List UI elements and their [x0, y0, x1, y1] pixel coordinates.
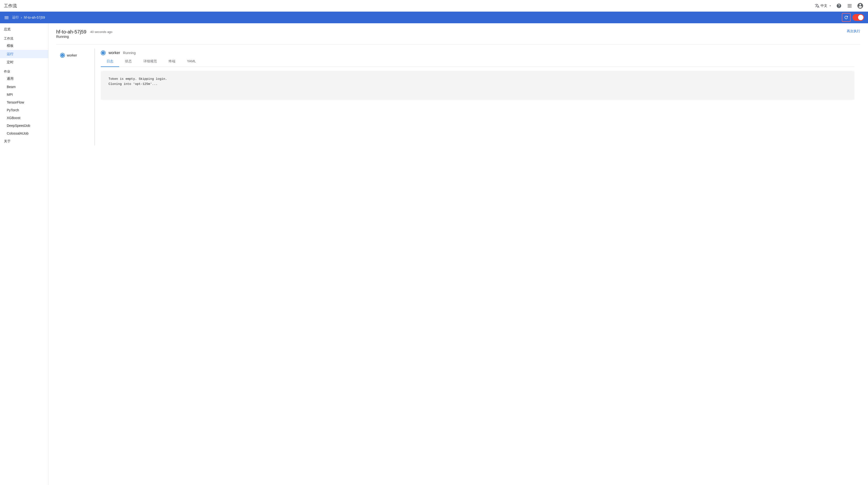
main-layout: 总览 工作流 模板 运行 定时 作业 通用 Beam MPI TensorFlo…: [0, 23, 868, 485]
sidebar-section-workflow: 工作流: [0, 33, 48, 42]
page-header-left: hf-to-ah-57j59 40 seconds ago Running: [56, 29, 113, 42]
account-button[interactable]: [857, 2, 864, 10]
worker-detail: worker Running 日志 状态 详细规范 终端: [95, 49, 860, 145]
tab-logs[interactable]: 日志: [101, 56, 119, 67]
sidebar-item-colossalaijob[interactable]: ColossalAIJob: [0, 130, 48, 137]
refresh-button[interactable]: [842, 13, 850, 22]
sidebar-item-xgboost[interactable]: XGBoost: [0, 114, 48, 122]
help-button[interactable]: [835, 2, 843, 10]
top-bar: 工作流 中文: [0, 0, 868, 12]
log-area: Token is empty. Skipping login. Cloning …: [101, 71, 855, 100]
log-line-2: Cloning into 'opt-125m'...: [108, 82, 847, 87]
worker-detail-status: Running: [123, 51, 135, 55]
sidebar-item-deepspeedjob[interactable]: DeepSpeedJob: [0, 122, 48, 130]
toggle-button[interactable]: [852, 14, 864, 21]
chevron-down-icon: [828, 4, 832, 8]
rerun-button[interactable]: 再次执行: [847, 29, 860, 33]
worker-label: worker: [67, 53, 77, 57]
worker-detail-icon: [101, 51, 105, 55]
worker-status-icon: [60, 53, 65, 58]
breadcrumb-run-id: hf-to-ah-57j59: [24, 16, 45, 20]
tab-spec[interactable]: 详细规范: [137, 56, 163, 67]
content-area: hf-to-ah-57j59 40 seconds ago Running 再次…: [49, 23, 868, 485]
sidebar-item-pytorch[interactable]: PyTorch: [0, 106, 48, 114]
tab-status[interactable]: 状态: [119, 56, 137, 67]
grid-icon: [847, 3, 852, 8]
breadcrumb-separator: ›: [21, 16, 22, 20]
page-header: hf-to-ah-57j59 40 seconds ago Running 再次…: [56, 29, 860, 42]
help-icon: [836, 3, 842, 8]
breadcrumb-run[interactable]: 运行: [12, 15, 19, 20]
log-line-1: Token is empty. Skipping login.: [108, 77, 847, 82]
nav-bar-actions: [842, 13, 864, 22]
worker-detail-icon-svg: [101, 51, 105, 55]
worker-tabs: 日志 状态 详细规范 终端 YAML: [101, 56, 855, 67]
translate-icon: [815, 3, 819, 8]
menu-icon: [4, 15, 9, 20]
sidebar-item-general[interactable]: 通用: [0, 75, 48, 83]
sidebar-item-about[interactable]: 关于: [0, 137, 48, 145]
lang-label: 中文: [820, 4, 827, 8]
apps-button[interactable]: [846, 2, 854, 10]
sidebar-item-beam[interactable]: Beam: [0, 83, 48, 91]
worker-sidebar: worker: [56, 49, 95, 145]
nav-bar: 运行 › hf-to-ah-57j59: [0, 12, 868, 23]
sidebar-item-template[interactable]: 模板: [0, 42, 48, 50]
sidebar-item-run[interactable]: 运行: [0, 50, 48, 58]
toggle-knob: [858, 15, 863, 20]
tab-yaml[interactable]: YAML: [181, 56, 202, 67]
sidebar-item-schedule[interactable]: 定时: [0, 58, 48, 66]
menu-button[interactable]: [4, 15, 9, 20]
worker-detail-title: worker: [108, 51, 120, 55]
sidebar: 总览 工作流 模板 运行 定时 作业 通用 Beam MPI TensorFlo…: [0, 23, 49, 485]
sidebar-item-tensorflow[interactable]: TensorFlow: [0, 98, 48, 106]
top-bar-right: 中文: [815, 2, 864, 10]
language-selector[interactable]: 中文: [815, 3, 832, 8]
refresh-icon: [844, 15, 848, 20]
account-icon: [857, 2, 864, 9]
sidebar-item-overview[interactable]: 总览: [0, 25, 48, 33]
tab-terminal[interactable]: 终端: [163, 56, 181, 67]
breadcrumb: 运行 › hf-to-ah-57j59: [12, 15, 839, 20]
page-timestamp: 40 seconds ago: [90, 30, 113, 34]
worker-item[interactable]: worker: [56, 51, 94, 60]
worker-section: worker worker Running 日志: [56, 49, 860, 145]
page-title: hf-to-ah-57j59: [56, 29, 87, 35]
sidebar-item-mpi[interactable]: MPI: [0, 91, 48, 98]
worker-detail-header: worker Running: [101, 49, 855, 55]
top-bar-left: 工作流: [4, 3, 17, 9]
worker-icon-svg: [61, 54, 64, 57]
sidebar-section-job: 作业: [0, 66, 48, 75]
page-title-row: hf-to-ah-57j59 40 seconds ago: [56, 29, 113, 35]
app-title: 工作流: [4, 3, 17, 9]
page-status: Running: [56, 35, 113, 38]
